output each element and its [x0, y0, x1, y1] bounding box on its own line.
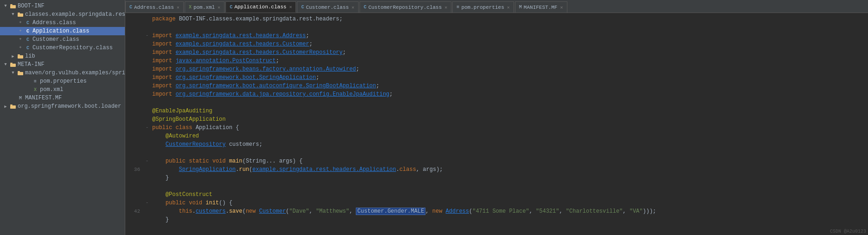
tab-application[interactable]: C Application.class ✕: [225, 1, 296, 13]
code-line-import-enablejpa: import org.springframework.data.jpa.repo…: [125, 90, 868, 98]
code-content-import-postconstruct: import javax.annotation.PostConstruct;: [150, 57, 866, 65]
watermark: CSDN @A2u0123: [830, 229, 866, 234]
tree-label-customerrepo: CustomerRepository.class: [32, 45, 113, 51]
code-content-blank1: [150, 23, 866, 32]
folder-icon-org-spring: [9, 103, 17, 110]
tree-item-boot-inf[interactable]: ▼ BOOT-INF: [0, 2, 125, 10]
tab-bar[interactable]: C Address.class ✕ X pom.xml ✕ C Applicat…: [125, 0, 868, 13]
svg-rect-3: [18, 13, 23, 17]
tree-item-pom-properties[interactable]: ≡ pom.properties: [0, 77, 125, 85]
code-editor[interactable]: package BOOT-INF.classes.example.springd…: [125, 13, 868, 235]
close-icon-tab-pom-properties[interactable]: ✕: [507, 5, 510, 10]
code-line-annotation-springboot: @SpringBootApplication: [125, 115, 868, 124]
code-line-close-main: }: [125, 174, 868, 182]
tab-manifest[interactable]: M MANIFEST.MF ✕: [515, 1, 567, 13]
code-line-save: 42 this.customers.save(new Customer("Dav…: [125, 207, 868, 215]
close-icon-tab-customerrepo[interactable]: ✕: [444, 5, 447, 10]
fold-init-decl: -: [144, 199, 150, 207]
manifest-icon: M: [17, 94, 24, 102]
tab-label-customerrepo: CustomerRepository.class: [368, 5, 442, 10]
line-num-save: 42: [127, 207, 144, 215]
class-icon-customerrepo: C: [24, 44, 32, 52]
tab-customer[interactable]: C Customer.class ✕: [297, 1, 358, 13]
expand-icon-org-spring: ▶: [2, 103, 9, 110]
tab-label-pom-properties: pom.properties: [461, 5, 504, 10]
code-line-blank4: [125, 182, 868, 190]
code-line-import-customer: import example.springdata.rest.headers.C…: [125, 40, 868, 48]
tree-item-application-class[interactable]: + C Application.class: [0, 27, 125, 35]
code-line-blank3: [125, 149, 868, 157]
tree-label-manifest: MANIFEST.MF: [24, 95, 62, 101]
code-content-close-init: }: [150, 215, 866, 224]
class-icon-tab-customerrepo: C: [364, 5, 366, 10]
file-tree-panel[interactable]: ▼ BOOT-INF ▼ classes.example.springdata.…: [0, 0, 125, 235]
code-line-import-springapp: import org.springframework.boot.SpringAp…: [125, 73, 868, 82]
class-icon-tab-application: C: [230, 5, 232, 10]
svg-rect-1: [10, 5, 16, 8]
code-line-import-springbootapp: import org.springframework.boot.autoconf…: [125, 82, 868, 90]
expand-icon-customer: +: [17, 36, 24, 43]
tree-item-lib[interactable]: ▶ lib: [0, 52, 125, 60]
tree-item-pom-xml[interactable]: X pom.xml: [0, 85, 125, 94]
code-line-annotation-enablejpa: @EnableJpaAuditing: [125, 107, 868, 115]
svg-rect-2: [18, 13, 20, 13]
code-line-postconstruct: @PostConstruct: [125, 190, 868, 199]
props-icon-pom: ≡: [32, 78, 39, 85]
code-line-import-autowired: import org.springframework.beans.factory…: [125, 65, 868, 73]
close-icon-tab-manifest[interactable]: ✕: [560, 5, 563, 10]
code-line-autowired: @Autowired: [125, 132, 868, 140]
code-line-blank1: [125, 23, 868, 32]
close-icon-tab-pom-xml[interactable]: ✕: [218, 5, 220, 10]
tree-item-maven[interactable]: ▼ maven/org.vulhub.examples/spring-rest-…: [0, 69, 125, 77]
code-content-autowired: @Autowired: [150, 132, 866, 140]
tab-label-pom-xml: pom.xml: [193, 5, 215, 10]
code-content-import-enablejpa: import org.springframework.data.jpa.repo…: [150, 90, 866, 98]
tree-item-customer-class[interactable]: + C Customer.class: [0, 35, 125, 44]
tab-label-manifest: MANIFEST.MF: [524, 5, 558, 10]
close-icon-tab-application[interactable]: ✕: [289, 4, 292, 10]
code-line-class-decl: - public class Application {: [125, 124, 868, 132]
expand-icon-boot-inf: ▼: [2, 2, 9, 10]
tree-label-org-spring: org.springframework.boot.loader: [17, 103, 121, 110]
code-content-run: SpringApplication.run(example.springdata…: [150, 165, 866, 174]
props-icon-tab-pom: ≡: [457, 5, 459, 10]
svg-rect-0: [10, 4, 13, 5]
tree-item-customerrepo-class[interactable]: + C CustomerRepository.class: [0, 44, 125, 52]
tree-item-manifest[interactable]: M MANIFEST.MF: [0, 94, 125, 102]
code-content-import-springbootapp: import org.springframework.boot.autoconf…: [150, 82, 866, 90]
tree-item-org-spring[interactable]: ▶ org.springframework.boot.loader: [0, 102, 125, 111]
svg-rect-7: [10, 64, 16, 67]
code-content-blank2: [150, 98, 866, 107]
fold-main-decl: -: [144, 157, 150, 165]
spacer-manifest: [9, 94, 17, 102]
tab-label-address: Address.class: [134, 5, 174, 10]
class-icon-tab-address: C: [129, 5, 132, 10]
line-num-run: 36: [127, 165, 144, 174]
tree-item-address-class[interactable]: + C Address.class: [0, 19, 125, 27]
code-line-close-init: }: [125, 215, 868, 224]
tab-customerrepo[interactable]: C CustomerRepository.class ✕: [360, 1, 451, 13]
folder-icon-meta-inf: [9, 61, 17, 68]
tree-item-meta-inf[interactable]: ▼ META-INF: [0, 60, 125, 69]
fold-import-address: -: [144, 32, 150, 40]
tab-pom-xml[interactable]: X pom.xml ✕: [185, 1, 225, 13]
tab-address[interactable]: C Address.class ✕: [125, 1, 184, 13]
code-content-import-customer: import example.springdata.rest.headers.C…: [150, 40, 866, 48]
code-content-import-address: import example.springdata.rest.headers.A…: [150, 32, 866, 40]
svg-rect-9: [18, 72, 23, 75]
tab-pom-properties[interactable]: ≡ pom.properties ✕: [452, 1, 514, 13]
expand-icon-meta-inf: ▼: [2, 61, 9, 68]
spacer-pom-xml: [24, 86, 32, 93]
tree-item-classes-package[interactable]: ▼ classes.example.springdata.rest.header…: [0, 10, 125, 19]
code-line-package: package BOOT-INF.classes.example.springd…: [125, 15, 868, 23]
close-icon-tab-address[interactable]: ✕: [177, 5, 180, 10]
package-icon-classes: [17, 11, 24, 18]
code-content-customers-field: CustomerRepository customers;: [150, 140, 866, 149]
close-icon-tab-customer[interactable]: ✕: [352, 5, 354, 10]
expand-icon-lib: ▶: [9, 52, 17, 60]
code-content-import-autowired: import org.springframework.beans.factory…: [150, 65, 866, 73]
tree-label-classes: classes.example.springdata.rest.headers: [24, 11, 125, 18]
code-content-main-decl: public static void main(String... args) …: [150, 157, 866, 165]
code-line-import-postconstruct: import javax.annotation.PostConstruct;: [125, 57, 868, 65]
code-line-customers-field: CustomerRepository customers;: [125, 140, 868, 149]
